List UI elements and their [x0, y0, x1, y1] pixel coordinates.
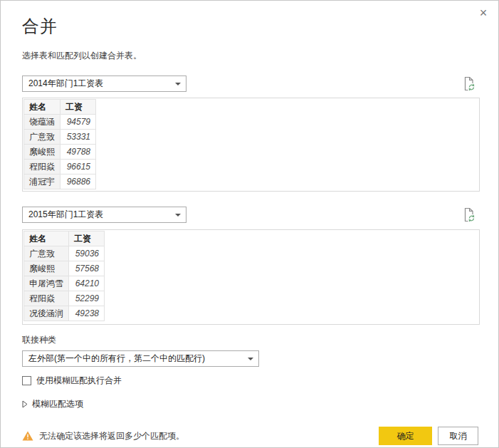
table1-column-name[interactable]: 姓名	[24, 100, 61, 115]
close-icon[interactable]: ×	[476, 5, 491, 21]
table2-body: 广意致59036縻峻熙57568申屠鸿雪64210程阳焱52299况後涵润492…	[24, 246, 105, 321]
fuzzy-match-checkbox-label: 使用模糊匹配执行合并	[36, 375, 122, 387]
name-cell: 况後涵润	[24, 306, 69, 321]
salary-cell: 49788	[61, 145, 96, 160]
dialog-subtitle: 选择表和匹配列以创建合并表。	[22, 50, 478, 62]
table-row: 广意致53331	[24, 130, 96, 145]
table-header-row: 姓名 工资	[24, 100, 96, 115]
table-row: 饶蕴涵94579	[24, 115, 96, 130]
merge-dialog: × 合并 选择表和匹配列以创建合并表。 2014年部门1工资表 姓名 工资 饶蕴	[0, 0, 499, 448]
fuzzy-match-checkbox-row[interactable]: 使用模糊匹配执行合并	[22, 375, 478, 387]
table2-column-salary[interactable]: 工资	[69, 231, 105, 246]
table1-column-salary[interactable]: 工资	[61, 100, 96, 115]
chevron-down-icon	[175, 214, 181, 217]
salary-cell: 59036	[69, 246, 105, 261]
join-kind-select[interactable]: 左外部(第一个中的所有行，第二个中的匹配行)	[22, 350, 259, 367]
fuzzy-options-label: 模糊匹配选项	[32, 398, 83, 410]
salary-cell: 94579	[61, 115, 96, 130]
warning-message: 无法确定该选择将返回多少个匹配项。	[22, 430, 184, 442]
salary-cell: 64210	[69, 276, 105, 291]
ok-button[interactable]: 确定	[379, 427, 432, 445]
name-cell: 縻峻熙	[24, 145, 61, 160]
table2-column-name-selected[interactable]: 姓名	[24, 231, 69, 246]
salary-cell: 52299	[69, 291, 105, 306]
cancel-button[interactable]: 取消	[438, 427, 478, 445]
table2-preview: 姓名 工资 广意致59036縻峻熙57568申屠鸿雪64210程阳焱52299况…	[22, 229, 480, 325]
table2-select-value: 2015年部门1工资表	[28, 209, 103, 221]
join-kind-value: 左外部(第一个中的所有行，第二个中的匹配行)	[28, 353, 205, 365]
refresh-preview-icon[interactable]	[463, 207, 476, 222]
table-row: 浦冠宇96886	[24, 174, 96, 189]
table-header-row: 姓名 工资	[24, 231, 105, 246]
name-cell: 浦冠宇	[24, 174, 61, 189]
fuzzy-options-expander[interactable]: 模糊匹配选项	[22, 398, 478, 410]
table1-body: 饶蕴涵94579广意致53331縻峻熙49788程阳焱96615浦冠宇96886	[24, 115, 96, 189]
chevron-down-icon	[248, 358, 253, 360]
table2-select[interactable]: 2015年部门1工资表	[22, 207, 187, 223]
table-row: 况後涵润49238	[24, 306, 105, 321]
refresh-preview-icon[interactable]	[463, 76, 476, 91]
salary-cell: 57568	[69, 261, 105, 276]
name-cell: 广意致	[24, 130, 61, 145]
salary-cell: 49238	[69, 306, 105, 321]
name-cell: 程阳焱	[24, 160, 61, 174]
fuzzy-match-checkbox[interactable]	[22, 376, 31, 385]
name-cell: 饶蕴涵	[24, 115, 61, 130]
warning-text: 无法确定该选择将返回多少个匹配项。	[39, 430, 184, 442]
table1-select-value: 2014年部门1工资表	[28, 78, 103, 90]
name-cell: 广意致	[24, 246, 69, 261]
salary-cell: 53331	[61, 130, 96, 145]
table-row: 縻峻熙57568	[24, 261, 105, 276]
table1-preview: 姓名 工资 饶蕴涵94579广意致53331縻峻熙49788程阳焱96615浦冠…	[22, 98, 480, 192]
warning-icon	[22, 431, 33, 441]
page-title: 合并	[22, 15, 478, 38]
name-cell: 縻峻熙	[24, 261, 69, 276]
expander-right-icon	[22, 400, 28, 408]
table-row: 程阳焱96615	[24, 160, 96, 174]
chevron-down-icon	[175, 83, 181, 85]
name-cell: 程阳焱	[24, 291, 69, 306]
table-row: 广意致59036	[24, 246, 105, 261]
table-row: 程阳焱52299	[24, 291, 105, 306]
join-kind-label: 联接种类	[22, 334, 478, 346]
table1-select[interactable]: 2014年部门1工资表	[22, 75, 187, 92]
table-row: 申屠鸿雪64210	[24, 276, 105, 291]
table-row: 縻峻熙49788	[24, 145, 96, 160]
salary-cell: 96615	[61, 160, 96, 174]
name-cell: 申屠鸿雪	[24, 276, 69, 291]
salary-cell: 96886	[61, 174, 96, 189]
